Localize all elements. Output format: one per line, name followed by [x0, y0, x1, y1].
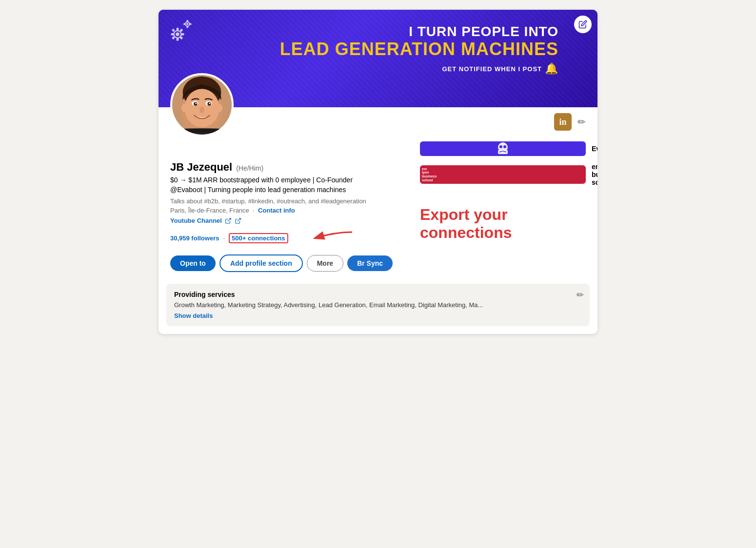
- svg-rect-12: [186, 20, 188, 22]
- edit-banner-button[interactable]: [574, 16, 592, 33]
- emlyon-logo-text: emlyonbusinessschool: [421, 166, 438, 183]
- red-arrow-annotation: [296, 228, 355, 248]
- evaboot-logo: [420, 141, 586, 156]
- contact-info-link[interactable]: Contact info: [258, 207, 295, 214]
- svg-point-1: [176, 33, 179, 37]
- services-list: Growth Marketing, Marketing Strategy, Ad…: [174, 300, 582, 310]
- linkedin-badge[interactable]: in: [554, 113, 572, 131]
- company-item-evaboot[interactable]: Evaboot: [420, 141, 586, 156]
- profile-body: JB Jezequel (He/Him) $0 → $1M ARR bootst…: [159, 131, 597, 280]
- export-annotation: Export your connections: [420, 206, 586, 242]
- svg-point-24: [195, 103, 197, 104]
- svg-line-31: [238, 218, 240, 221]
- svg-rect-15: [189, 23, 192, 25]
- profile-topics: Talks about #b2b, #startup, #linkedin, #…: [170, 197, 410, 205]
- profile-right: Evaboot emlyonbusinessschool emlyon busi…: [420, 137, 586, 272]
- followers-row: 30,959 followers · 500+ connections: [170, 228, 410, 248]
- youtube-link[interactable]: Youtube Channel: [170, 217, 222, 224]
- youtube-row: Youtube Channel: [170, 217, 410, 224]
- external-link-icon: [235, 217, 241, 224]
- svg-point-28: [181, 104, 188, 112]
- connections-count: 500+ connections: [232, 235, 285, 242]
- emlyon-logo: emlyonbusinessschool: [420, 165, 586, 184]
- svg-point-26: [199, 107, 204, 113]
- services-title: Providing services: [174, 291, 582, 298]
- profile-headline: $0 → $1M ARR bootstrapped with 0 employe…: [170, 176, 410, 195]
- services-section: ✏ Providing services Growth Marketing, M…: [166, 284, 590, 326]
- show-details-link[interactable]: Show details: [174, 312, 582, 319]
- bell-icon: 🔔: [545, 62, 558, 75]
- export-line2: connections: [420, 224, 512, 241]
- svg-rect-5: [181, 33, 184, 36]
- evaboot-name: Evaboot: [592, 145, 597, 153]
- more-button[interactable]: More: [307, 255, 343, 272]
- svg-point-36: [503, 145, 506, 148]
- avatar-image: [172, 75, 232, 135]
- company-item-emlyon[interactable]: emlyonbusinessschool emlyon business sch…: [420, 163, 586, 186]
- profile-pronouns: (He/Him): [236, 164, 263, 172]
- emlyon-name: emlyon business school: [592, 163, 597, 186]
- separator: ·: [223, 235, 225, 242]
- svg-point-25: [209, 103, 211, 104]
- location-text: Paris, Île-de-France, France: [170, 207, 249, 214]
- svg-point-11: [186, 23, 189, 25]
- banner-notif: GET NOTIFIED WHEN I POST 🔔: [280, 62, 558, 75]
- svg-point-29: [216, 104, 222, 112]
- edit-profile-icon[interactable]: ✏: [577, 116, 586, 128]
- profile-left: JB Jezequel (He/Him) $0 → $1M ARR bootst…: [170, 137, 410, 272]
- svg-rect-14: [183, 23, 186, 25]
- evaboot-icon: [496, 141, 510, 156]
- name-row: JB Jezequel (He/Him): [170, 161, 410, 174]
- svg-point-35: [499, 145, 502, 148]
- export-line1: Export your: [420, 206, 508, 223]
- banner-title-yellow: LEAD GENERATION MACHINES: [280, 39, 558, 59]
- buttons-row: Open to Add profile section More Br Sync: [170, 254, 410, 272]
- profile-name: JB Jezequel: [170, 161, 232, 174]
- followers-count[interactable]: 30,959 followers: [170, 235, 219, 242]
- link-icon: [225, 217, 232, 224]
- pencil-icon: [578, 20, 587, 29]
- svg-rect-2: [177, 28, 179, 31]
- svg-line-30: [228, 218, 231, 221]
- svg-rect-3: [177, 38, 179, 41]
- banner-text-area: I TURN PEOPLE INTO LEAD GENERATION MACHI…: [280, 24, 558, 75]
- company-list: Evaboot emlyonbusinessschool emlyon busi…: [420, 141, 586, 186]
- notif-text: GET NOTIFIED WHEN I POST: [442, 65, 542, 73]
- services-edit-icon[interactable]: ✏: [577, 290, 584, 300]
- svg-rect-4: [171, 33, 174, 36]
- profile-header: in ✏: [159, 107, 597, 131]
- banner-title-white: I TURN PEOPLE INTO: [280, 24, 558, 39]
- gear-icons: [166, 17, 195, 48]
- open-to-button[interactable]: Open to: [170, 255, 216, 271]
- br-sync-button[interactable]: Br Sync: [347, 255, 393, 271]
- profile-location: Paris, Île-de-France, France · Contact i…: [170, 207, 410, 214]
- avatar: [170, 73, 234, 137]
- svg-rect-13: [186, 26, 188, 28]
- add-profile-button[interactable]: Add profile section: [219, 254, 303, 272]
- connections-box[interactable]: 500+ connections: [229, 233, 288, 243]
- profile-card: I TURN PEOPLE INTO LEAD GENERATION MACHI…: [159, 10, 597, 334]
